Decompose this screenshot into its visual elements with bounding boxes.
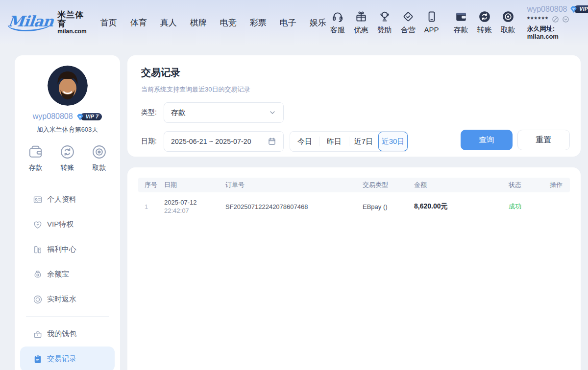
- withdraw-label: 取款: [501, 25, 515, 35]
- row-amount: 8,620.00元: [414, 202, 509, 211]
- benefits-icon: [33, 245, 43, 254]
- table-header-row: 序号 日期 订单号 交易类型 金额 状态 操作: [138, 178, 570, 192]
- col-header-action: 操作: [550, 181, 564, 189]
- range-yesterday-button[interactable]: 昨日: [319, 132, 349, 151]
- customer-service-button[interactable]: 客服: [326, 10, 349, 35]
- page-title: 交易记录: [141, 66, 570, 79]
- deposit-button[interactable]: 存款: [450, 10, 472, 35]
- nav-item-lottery[interactable]: 彩票: [250, 17, 267, 28]
- transaction-record-icon: [33, 354, 43, 364]
- sidebar-menu: 个人资料 VIP特权 福利中心: [15, 187, 120, 370]
- sidebar-item-benefits[interactable]: 福利中心: [20, 237, 115, 262]
- sidebar-username: wyp080808: [33, 112, 73, 121]
- hide-balance-icon[interactable]: [552, 16, 559, 23]
- withdraw-coin-icon: [502, 10, 514, 23]
- sidebar-item-label: 交易记录: [47, 354, 76, 364]
- permanent-url-label: 永久网址: milan.com: [527, 25, 588, 41]
- sidebar-transfer-button[interactable]: 转账: [59, 144, 75, 172]
- sidebar-item-transactions[interactable]: 交易记录: [20, 347, 115, 370]
- reset-button[interactable]: 重置: [517, 130, 570, 150]
- sidebar-item-wallet[interactable]: 我的钱包: [20, 322, 115, 347]
- header-username[interactable]: wyp080808: [527, 4, 567, 14]
- nav-item-slots[interactable]: 电子: [280, 17, 296, 28]
- sidebar-transfer-label: 转账: [61, 163, 74, 172]
- vip-heart-icon: [33, 220, 43, 230]
- sidebar-withdraw-button[interactable]: 取款: [91, 144, 107, 172]
- sidebar-item-profile[interactable]: 个人资料: [20, 187, 115, 212]
- headset-icon: [331, 10, 344, 23]
- sidebar-vip-badge: VIP 7: [76, 113, 102, 120]
- brand-logo[interactable]: Milan 米兰体育 milan.com: [8, 11, 87, 34]
- row-date: 2025-07-12: [164, 199, 225, 206]
- row-datetime: 2025-07-12 22:42:07: [164, 199, 225, 214]
- col-header-type: 交易类型: [363, 181, 414, 189]
- type-select[interactable]: 存款: [164, 102, 284, 123]
- wallet-outline-icon: [27, 144, 44, 160]
- page-subtitle: 当前系统支持查询最近30日的交易记录: [141, 85, 570, 94]
- nav-item-entertainment[interactable]: 娱乐: [310, 17, 326, 28]
- transfer-icon: [478, 10, 491, 23]
- range-7days-button[interactable]: 近7日: [349, 132, 378, 151]
- expand-balance-icon[interactable]: [562, 16, 569, 23]
- nav-item-live[interactable]: 真人: [160, 17, 177, 28]
- sidebar-item-label: 福利中心: [47, 245, 76, 254]
- col-header-date: 日期: [164, 181, 225, 189]
- nav-item-esports[interactable]: 电竞: [220, 17, 237, 28]
- withdraw-button[interactable]: 取款: [497, 10, 519, 35]
- transaction-records-page: Milan 米兰体育 milan.com 首页 体育 真人 棋牌 电竞 彩票 电…: [0, 0, 588, 370]
- header-user-block: wyp080808 VIP 7 ******: [527, 4, 588, 41]
- filter-panel: 交易记录 当前系统支持查询最近30日的交易记录 类型: 存款 日期: 2025-…: [127, 55, 581, 157]
- header-quick-links: 客服 优惠 赞助: [326, 10, 443, 35]
- deposit-wallet-icon: [455, 10, 467, 23]
- join-days-text: 加入米兰体育第603天: [15, 125, 120, 134]
- sidebar-quick-actions: 存款 转账 取款: [15, 144, 120, 172]
- date-label: 日期:: [141, 137, 164, 146]
- sidebar-withdraw-label: 取款: [93, 163, 106, 172]
- records-table-panel: 序号 日期 订单号 交易类型 金额 状态 操作 1 2025-07-12 22:…: [127, 167, 581, 370]
- range-30days-button[interactable]: 近30日: [378, 132, 408, 151]
- money-bag-icon: [33, 270, 43, 279]
- date-range-input[interactable]: 2025-06-21 ~ 2025-07-20: [164, 131, 284, 152]
- rebate-icon: [33, 295, 43, 304]
- sidebar-item-label: 实时返水: [47, 295, 76, 304]
- affiliate-button[interactable]: 合营: [397, 10, 419, 35]
- query-button[interactable]: 查询: [461, 130, 513, 150]
- transfer-outline-icon: [59, 144, 75, 160]
- nav-item-home[interactable]: 首页: [100, 17, 117, 28]
- sidebar-item-label: 我的钱包: [47, 329, 76, 339]
- sponsorship-button[interactable]: 赞助: [373, 10, 396, 35]
- nav-item-cards[interactable]: 棋牌: [190, 17, 207, 28]
- sidebar-item-label: VIP特权: [47, 220, 74, 229]
- sponsorship-label: 赞助: [377, 25, 392, 35]
- purse-icon: [33, 329, 43, 339]
- sidebar-divider: [26, 316, 109, 317]
- promotions-button[interactable]: 优惠: [350, 10, 372, 35]
- date-range-value: 2025-06-21 ~ 2025-07-20: [171, 138, 268, 145]
- sidebar-avatar[interactable]: [48, 66, 88, 106]
- id-card-icon: [33, 195, 43, 205]
- row-type: EBpay (): [363, 203, 414, 210]
- range-today-button[interactable]: 今日: [290, 132, 319, 151]
- transfer-button[interactable]: 转账: [473, 10, 496, 35]
- row-order-no: SF202507122242078607468: [225, 203, 363, 210]
- vip-badge: VIP 7: [569, 5, 588, 14]
- col-header-order: 订单号: [225, 181, 363, 189]
- type-select-value: 存款: [171, 108, 269, 117]
- row-index: 1: [145, 203, 164, 210]
- sidebar-item-vip[interactable]: VIP特权: [20, 212, 115, 237]
- sidebar-item-yuebao[interactable]: 余额宝: [20, 262, 115, 287]
- logo-script-text: Milan: [7, 14, 55, 31]
- app-download-button[interactable]: APP: [420, 10, 443, 35]
- deposit-label: 存款: [454, 25, 468, 35]
- sidebar-item-label: 个人资料: [47, 195, 76, 204]
- sidebar-item-rebate[interactable]: 实时返水: [20, 287, 115, 312]
- transfer-label: 转账: [477, 25, 492, 35]
- nav-item-sports[interactable]: 体育: [130, 17, 147, 28]
- calendar-icon: [268, 137, 276, 146]
- chevron-down-icon: [269, 109, 276, 116]
- sidebar-deposit-button[interactable]: 存款: [27, 144, 44, 172]
- promotions-label: 优惠: [354, 25, 368, 35]
- phone-icon: [425, 10, 438, 23]
- table-row: 1 2025-07-12 22:42:07 SF2025071222420786…: [138, 192, 570, 221]
- col-header-amount: 金额: [414, 181, 509, 189]
